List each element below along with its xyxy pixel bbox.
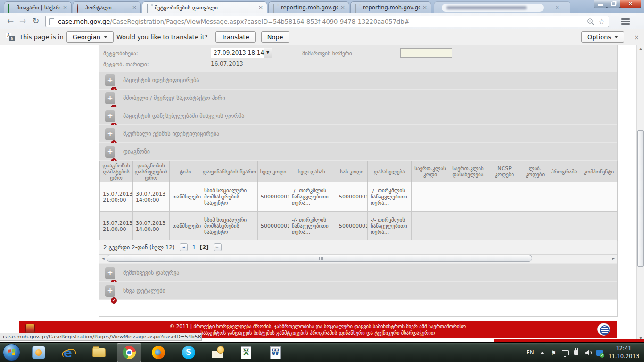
blurred-url-pill <box>442 4 544 12</box>
translate-button[interactable]: Translate <box>215 31 256 43</box>
tab-home[interactable]: მთავარი | საქართველოს × <box>4 1 72 13</box>
expand-plus-icon[interactable]: + <box>105 110 115 122</box>
table-cell <box>487 182 522 212</box>
start-button[interactable] <box>3 344 20 361</box>
scroll-up-icon[interactable]: ▲ <box>637 46 644 52</box>
tab-close-icon[interactable]: × <box>339 4 346 11</box>
status-bar-url: case.moh.gov.ge/CaseRegistration/Pages/V… <box>0 333 202 341</box>
section-diagnosis[interactable]: + ✔ დიაგნოზი <box>99 143 617 160</box>
section-case-closure[interactable]: + ✔ შემთხვევის დახურვა <box>99 264 617 281</box>
horizontal-scroll-thumb[interactable] <box>107 255 532 262</box>
page-1-link[interactable]: 1 <box>192 244 196 251</box>
minimize-button[interactable] <box>594 0 607 8</box>
taskbar-skype[interactable]: S <box>176 343 201 362</box>
message-date-dropdown[interactable]: 27.09.2013 18:14 ▼ <box>211 48 272 58</box>
scroll-left-icon[interactable]: ◄ <box>100 255 106 262</box>
tab-close-icon[interactable]: × <box>421 4 428 11</box>
expand-plus-icon[interactable]: + <box>105 92 115 104</box>
combo-caret-icon[interactable]: ▼ <box>264 48 272 58</box>
section-patient-identification[interactable]: + ✔ პაციენტის იდენტიფიცირება <box>99 72 617 89</box>
power-plug-icon[interactable] <box>574 350 578 355</box>
language-indicator[interactable]: EN <box>527 349 534 356</box>
expand-plus-icon[interactable]: + <box>105 74 115 86</box>
referral-number-input[interactable] <box>400 48 452 58</box>
address-bar[interactable]: case.moh.gov.ge/CaseRegistration/Pages/V… <box>45 16 609 27</box>
taskbar-media-player[interactable] <box>26 343 51 362</box>
vertical-scrollbar[interactable]: ▲ ▼ <box>636 45 644 342</box>
taskbar-word[interactable]: W <box>263 343 288 362</box>
pagination-bar: 2 გვერდი 2-დან (სულ 12) ◄ 1 [2] ► <box>99 240 617 255</box>
media-player-icon <box>32 346 45 359</box>
table-cell <box>580 212 618 241</box>
language-dropdown[interactable]: Georgian <box>66 31 114 43</box>
page-container: შეტყობინება: 27.09.2013 18:14 ▼ მიმართვი… <box>99 45 618 317</box>
reload-button[interactable]: ↻ <box>30 16 41 27</box>
excel-icon: X <box>241 346 251 359</box>
tab-close-icon[interactable]: × <box>257 4 264 11</box>
table-header-cell: NCSP კოდები <box>487 161 522 182</box>
network-icon[interactable] <box>562 350 569 355</box>
show-hidden-icons[interactable] <box>540 352 544 354</box>
table-row[interactable]: 15.07.2013 21:00:00 30.07.2013 14:00:00 … <box>100 212 618 241</box>
table-header-cell: დიაგნოზის დამატების დრო <box>100 161 133 182</box>
zoom-out-icon[interactable] <box>587 18 594 25</box>
tab-close-icon[interactable]: x <box>556 5 559 10</box>
options-dropdown[interactable]: Options <box>581 31 624 43</box>
next-page-button[interactable]: ► <box>214 243 222 251</box>
section-visit-form[interactable]: + ✔ პაციენტის დაწესებულებაში მისვლის ფორ… <box>99 107 617 124</box>
tab-reporting-2[interactable]: reporting.moh.gov.ge/Sta × <box>350 1 431 13</box>
section-parent-guardian[interactable]: + ✔ მშობელი / მეურვე/ საკონტაქტო პირი <box>99 90 617 107</box>
tab-close-icon[interactable]: × <box>62 4 68 11</box>
message-label: შეტყობინება: <box>103 50 138 57</box>
infobar-close-icon[interactable]: × <box>634 33 639 41</box>
back-button[interactable]: ← <box>5 16 16 27</box>
close-button[interactable]: × <box>620 0 641 8</box>
table-header-cell: დასახელება <box>368 161 412 182</box>
table-header-cell: კომპონენტი <box>580 161 618 182</box>
clock[interactable]: 12:41 11.10.2013 <box>608 345 639 360</box>
taskbar-windows-explorer[interactable] <box>87 343 111 362</box>
tab-portal[interactable]: პორტალი × <box>73 1 141 13</box>
vertical-scroll-thumb[interactable] <box>637 130 644 267</box>
volume-icon[interactable] <box>585 350 591 355</box>
section-other-details[interactable]: + ✔ სხვა დეტალები <box>99 282 617 299</box>
table-header-cell: პროგრამა <box>548 161 580 182</box>
infobar-text-prefix: This page is in <box>19 33 64 41</box>
tab-title: შეტყობინების დათვალი <box>155 4 256 11</box>
dropbox-icon[interactable] <box>596 350 603 356</box>
section-doctor-identification[interactable]: + ✔ მკურნალი ექიმის იდენტიფიცირება <box>99 125 617 142</box>
expand-plus-icon[interactable]: + <box>105 267 115 279</box>
table-header-cell: ხელ.კოდი <box>258 161 289 182</box>
bookmark-star-icon[interactable]: ☆ <box>598 17 605 26</box>
pagination-summary: 2 გვერდი 2-დან (სულ 12) <box>103 244 175 251</box>
taskbar-chrome-active[interactable] <box>117 343 141 362</box>
chrome-menu-button[interactable] <box>616 16 635 27</box>
horizontal-scrollbar[interactable]: ◄ ► <box>99 255 617 263</box>
tab-close-icon[interactable]: × <box>131 4 138 11</box>
taskbar-internet-explorer[interactable]: e <box>56 343 80 362</box>
taskbar-excel[interactable]: X <box>234 343 258 362</box>
expand-plus-icon[interactable]: + <box>105 146 115 158</box>
tab-reporting-1[interactable]: reporting.moh.gov.ge/Rep × <box>268 1 349 13</box>
nope-button[interactable]: Nope <box>261 31 289 43</box>
table-cell: თანმხლები <box>170 212 201 241</box>
table-cell: -/- თირკმლის ჩანაცვლებითი თერა... <box>289 212 336 241</box>
table-cell: 15.07.2013 21:00:00 <box>100 182 133 212</box>
tab-view-message-active[interactable]: შეტყობინების დათვალი × <box>142 1 267 13</box>
restore-button[interactable] <box>607 0 620 8</box>
taskbar-firefox[interactable] <box>146 343 171 362</box>
prev-page-button[interactable]: ◄ <box>180 243 188 251</box>
forward-button[interactable]: → <box>17 16 28 27</box>
table-header-cell: საერთ.კლას კოდი <box>412 161 449 182</box>
footer-red-strip <box>494 339 644 342</box>
table-row[interactable]: 15.07.2013 21:00:00 30.07.2013 14:00:00 … <box>100 182 618 212</box>
expand-plus-icon[interactable]: + <box>105 128 115 140</box>
expand-plus-icon[interactable]: + <box>105 285 115 297</box>
portal-emblem-icon <box>77 4 83 11</box>
windows-logo-icon <box>8 349 16 356</box>
table-header-row: დიაგნოზის დამატების დრო დიაგნოზის დასრულ… <box>100 161 618 182</box>
scroll-right-icon[interactable]: ► <box>611 255 617 262</box>
action-center-flag-icon[interactable]: ⚑ <box>551 349 556 356</box>
taskbar-outlook[interactable] <box>206 343 230 362</box>
obscured-tab[interactable]: x <box>434 1 570 13</box>
